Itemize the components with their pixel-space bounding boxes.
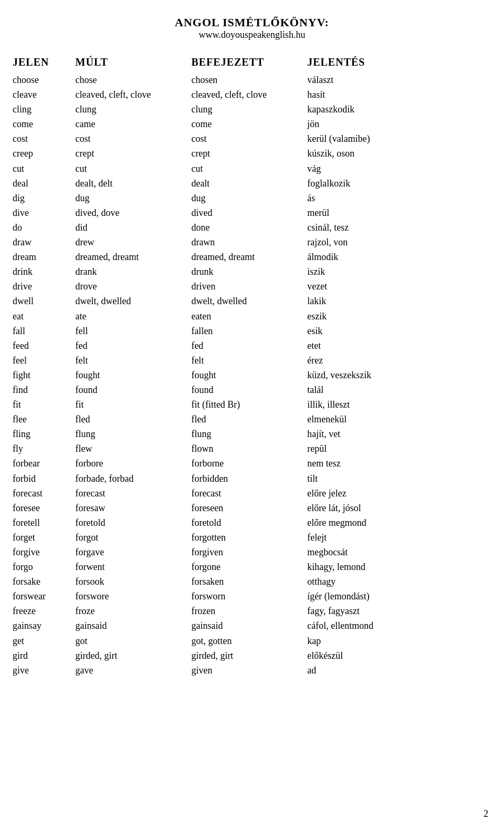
table-cell: fight [10,368,74,382]
table-cell: előre lát, jósol [305,501,494,515]
table-cell: girded, girt [74,648,190,663]
table-cell: chosen [189,72,305,87]
table-cell: drawn [189,235,305,250]
table-cell: clung [189,102,305,117]
table-cell: dug [189,191,305,205]
table-cell: dwell [10,294,74,308]
verb-table: JELEN MÚLT BEFEJEZETT JELENTÉS choosecho… [10,55,494,678]
table-cell: gainsaid [189,618,305,633]
table-row: costcostcostkerül (valamibe) [10,131,494,146]
table-cell: dealt, delt [74,176,190,191]
table-cell: crept [189,146,305,161]
table-cell: gainsaid [74,618,190,633]
table-cell: fled [74,412,190,427]
table-cell: dwelt, dwelled [189,294,305,308]
table-row: flingflungflunghajít, vet [10,427,494,441]
table-cell: cleave [10,87,74,102]
table-cell: cut [10,161,74,176]
table-cell: drunk [189,264,305,279]
table-cell: froze [74,604,190,618]
table-cell: forecast [189,486,305,501]
table-cell: kerül (valamibe) [305,131,494,146]
table-row: dreamdreamed, dreamtdreamed, dreamtálmod… [10,250,494,264]
table-cell: cost [74,131,190,146]
table-cell: vág [305,161,494,176]
table-row: forbearforboreforbornenem tesz [10,456,494,471]
table-cell: fled [189,412,305,427]
table-cell: flown [189,441,305,456]
table-row: divedived, dovedivedmerül [10,205,494,220]
table-cell: forgot [74,530,190,545]
table-cell: draw [10,235,74,250]
table-row: clingclungclungkapaszkodik [10,102,494,117]
table-cell: dream [10,250,74,264]
table-cell: cut [189,161,305,176]
table-cell: come [189,117,305,131]
table-cell: előkészül [305,648,494,663]
table-cell: gave [74,663,190,678]
col-header-mult: MÚLT [74,55,190,72]
table-cell: elmenekül [305,412,494,427]
table-cell: forgo [10,559,74,574]
table-cell: dive [10,205,74,220]
table-row: eatateeateneszik [10,309,494,324]
table-cell: forgave [74,545,190,559]
table-cell: chose [74,72,190,87]
table-cell: előre megmond [305,515,494,530]
table-cell: drive [10,279,74,294]
page-number: 2 [484,808,488,819]
table-cell: foretold [189,515,305,530]
table-cell: got [74,634,190,648]
table-cell: fit (fitted Br) [189,397,305,412]
table-row: foreseeforesawforeseenelőre lát, jósol [10,501,494,515]
table-row: flyflewflownrepül [10,441,494,456]
table-cell: choose [10,72,74,87]
table-cell: hajít, vet [305,427,494,441]
table-row: comecamecomejön [10,117,494,131]
table-cell: cost [10,131,74,146]
table-cell: forwent [74,559,190,574]
table-header-row: JELEN MÚLT BEFEJEZETT JELENTÉS [10,55,494,72]
table-cell: flung [74,427,190,441]
table-cell: cleaved, cleft, clove [189,87,305,102]
table-cell: lakik [305,294,494,308]
table-cell: forbore [74,456,190,471]
table-cell: fling [10,427,74,441]
table-cell: kap [305,634,494,648]
table-row: cutcutcutvág [10,161,494,176]
table-cell: fought [74,368,190,382]
table-cell: forbear [10,456,74,471]
table-row: freezefrozefrozenfagy, fagyaszt [10,604,494,618]
table-cell: esik [305,324,494,338]
table-cell: dreamed, dreamt [74,250,190,264]
table-row: dwelldwelt, dwelleddwelt, dwelledlakik [10,294,494,308]
table-cell: jön [305,117,494,131]
table-cell: repül [305,441,494,456]
table-row: forgiveforgaveforgivenmegbocsát [10,545,494,559]
table-cell: dwelt, dwelled [74,294,190,308]
table-cell: forsworn [189,589,305,604]
table-cell: illik, illeszt [305,397,494,412]
table-row: forgetforgotforgottenfelejt [10,530,494,545]
table-cell: drew [74,235,190,250]
table-row: drawdrewdrawnrajzol, von [10,235,494,250]
table-row: gainsaygainsaidgainsaidcáfol, ellentmond [10,618,494,633]
table-cell: dealt [189,176,305,191]
table-row: fallfellfallenesik [10,324,494,338]
table-cell: ad [305,663,494,678]
table-cell: dived [189,205,305,220]
table-cell: felt [189,353,305,368]
table-cell: foglalkozik [305,176,494,191]
table-cell: got, gotten [189,634,305,648]
table-cell: frozen [189,604,305,618]
table-cell: drove [74,279,190,294]
table-cell: eszik [305,309,494,324]
table-row: dealdealt, deltdealtfoglalkozik [10,176,494,191]
table-cell: tilt [305,471,494,486]
table-cell: fought [189,368,305,382]
table-cell: dived, dove [74,205,190,220]
table-cell: forsook [74,574,190,589]
table-cell: ígér (lemondást) [305,589,494,604]
table-cell: drank [74,264,190,279]
table-row: feedfedfedetet [10,338,494,353]
